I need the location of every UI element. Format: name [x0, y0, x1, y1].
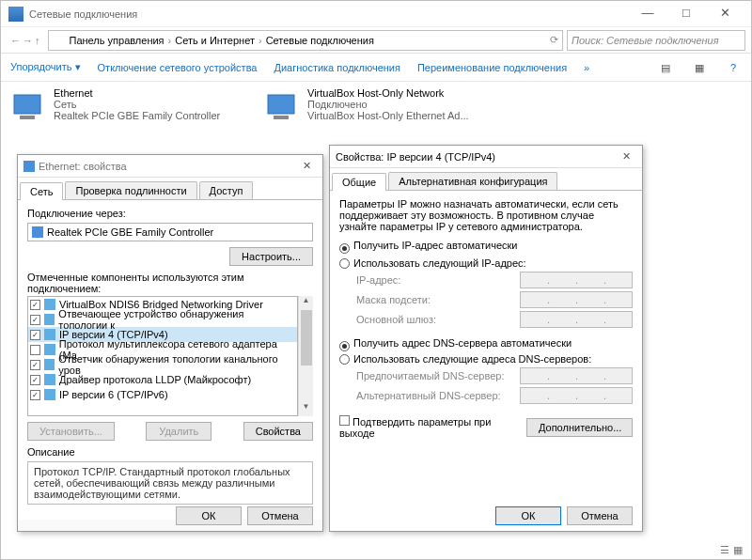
tab-general[interactable]: Общие	[332, 173, 386, 191]
checkbox-icon[interactable]	[30, 345, 40, 355]
component-row[interactable]: ✓Отвечающее устройство обнаружения топол…	[28, 312, 297, 327]
validate-on-exit[interactable]: Подтвердить параметры при выходе	[339, 415, 526, 439]
checkbox-icon[interactable]: ✓	[30, 360, 40, 370]
nav-up-icon[interactable]: ↑	[35, 35, 40, 46]
intro-text: Параметры IP можно назначать автоматичес…	[339, 198, 633, 232]
radio-auto-dns[interactable]	[339, 341, 350, 351]
close-icon[interactable]: ✕	[297, 160, 317, 172]
checkbox-icon[interactable]: ✓	[30, 300, 40, 310]
tab-alternate[interactable]: Альтернативная конфигурация	[388, 172, 557, 190]
components-list[interactable]: ✓VirtualBox NDIS6 Bridged Networking Dri…	[27, 296, 298, 416]
disable-device-link[interactable]: Отключение сетевого устройства	[98, 62, 258, 73]
component-label: Отвечающее устройство обнаружения тополо…	[58, 308, 295, 331]
scroll-thumb[interactable]	[301, 310, 312, 366]
advanced-button[interactable]: Дополнительно...	[526, 418, 633, 437]
view-list-icon[interactable]: ▦	[691, 59, 708, 76]
connection-device: Realtek PCIe GBE Family Controller	[54, 110, 220, 121]
cancel-button[interactable]: Отмена	[247, 506, 313, 525]
connection-name: Ethernet	[54, 87, 220, 99]
component-row[interactable]: ✓IP версии 6 (TCP/IPv6)	[28, 387, 297, 402]
protocol-icon	[44, 374, 55, 385]
nav-fwd-icon[interactable]: →	[23, 35, 33, 46]
scrollbar[interactable]: ▲ ▼	[298, 296, 313, 416]
ethernet-icon	[264, 87, 302, 125]
validate-label: Подтвердить параметры при выходе	[339, 416, 491, 439]
svg-rect-1	[20, 116, 35, 119]
uninstall-button[interactable]: Удалить	[146, 422, 212, 441]
breadcrumb[interactable]: Сеть и Интернет	[175, 35, 255, 46]
protocol-icon	[44, 344, 55, 355]
checkbox-icon[interactable]: ✓	[30, 330, 40, 340]
adapter-name: Realtek PCIe GBE Family Controller	[47, 226, 213, 238]
diagnose-link[interactable]: Диагностика подключения	[274, 62, 400, 73]
dns1-label: Предпочитаемый DNS-сервер:	[356, 370, 520, 381]
checkbox-icon[interactable]: ✓	[30, 315, 40, 325]
status-bar: ☰ ▦	[720, 544, 743, 556]
radio-manual-dns[interactable]	[339, 354, 350, 365]
ok-button[interactable]: ОК	[495, 506, 561, 525]
view-thumbs-icon[interactable]: ▤	[657, 59, 674, 76]
ipv4-properties-dialog: Свойства: IP версии 4 (TCP/IPv4) ✕ Общие…	[329, 145, 643, 532]
scroll-up-icon[interactable]: ▲	[299, 296, 313, 310]
checkbox-icon[interactable]: ✓	[30, 375, 40, 385]
ip-address-label: IP-адрес:	[356, 274, 520, 286]
chevron-right-icon: ›	[258, 35, 262, 46]
svg-rect-3	[274, 116, 289, 119]
rename-link[interactable]: Переименование подключения	[417, 62, 567, 73]
organize-menu[interactable]: Упорядочить ▾	[10, 61, 81, 73]
maximize-button[interactable]: □	[667, 5, 705, 23]
address-bar: ← → ↑ Панель управления › Сеть и Интерне…	[1, 27, 751, 54]
svg-rect-0	[14, 95, 40, 114]
view-details-icon[interactable]: ☰	[720, 544, 729, 556]
checkbox-icon[interactable]: ✓	[30, 390, 40, 400]
command-bar: Упорядочить ▾ Отключение сетевого устрой…	[1, 54, 751, 82]
configure-button[interactable]: Настроить...	[229, 247, 313, 266]
titlebar: Сетевые подключения — □ ✕	[1, 1, 751, 27]
connect-using-label: Подключение через:	[27, 208, 313, 219]
dialog-titlebar: Ethernet: свойства ✕	[18, 155, 322, 178]
radio-auto-ip[interactable]	[339, 243, 350, 254]
ok-button[interactable]: ОК	[176, 506, 242, 525]
ip-address-input: ...	[520, 272, 633, 288]
nav-back-icon[interactable]: ←	[10, 35, 21, 46]
description-text: Протокол TCP/IP. Стандартный протокол гл…	[27, 461, 313, 505]
breadcrumb[interactable]: Панель управления	[70, 35, 164, 46]
close-button[interactable]: ✕	[706, 5, 744, 23]
search-placeholder: Поиск: Сетевые подключения	[572, 35, 719, 46]
scroll-down-icon[interactable]: ▼	[299, 402, 313, 416]
tab-auth[interactable]: Проверка подлинности	[65, 181, 196, 199]
adapter-icon	[32, 226, 43, 238]
install-button[interactable]: Установить...	[27, 422, 115, 441]
ethernet-properties-dialog: Ethernet: свойства ✕ Сеть Проверка подли…	[17, 154, 323, 532]
breadcrumb-box[interactable]: Панель управления › Сеть и Интернет › Се…	[48, 30, 564, 51]
breadcrumb[interactable]: Сетевые подключения	[266, 35, 374, 46]
connection-status: Подключено	[307, 99, 469, 110]
dialog-title: Ethernet: свойства	[39, 161, 127, 172]
component-label: Ответчик обнаружения топологии канальног…	[58, 353, 295, 376]
component-label: IP версии 6 (TCP/IPv6)	[59, 389, 168, 400]
checkbox-icon[interactable]	[339, 415, 350, 426]
tab-network[interactable]: Сеть	[20, 182, 63, 200]
dialog-titlebar: Свойства: IP версии 4 (TCP/IPv4) ✕	[330, 146, 642, 168]
help-icon[interactable]: ?	[725, 59, 742, 76]
connection-status: Сеть	[54, 99, 220, 110]
properties-button[interactable]: Свойства	[243, 422, 313, 441]
cancel-button[interactable]: Отмена	[567, 506, 633, 525]
tab-sharing[interactable]: Доступ	[199, 181, 254, 199]
close-icon[interactable]: ✕	[617, 150, 636, 163]
protocol-icon	[44, 299, 55, 310]
connection-name: VirtualBox Host-Only Network	[307, 87, 469, 99]
refresh-icon[interactable]: ⟳	[550, 34, 558, 46]
radio-manual-ip[interactable]	[339, 258, 350, 269]
view-large-icon[interactable]: ▦	[733, 544, 743, 556]
component-row[interactable]: ✓Ответчик обнаружения топологии канально…	[28, 357, 297, 372]
components-heading: Отмеченные компоненты используются этим …	[27, 272, 313, 294]
radio-auto-dns-label: Получить адрес DNS-сервера автоматически	[353, 337, 572, 349]
adapter-icon	[24, 161, 35, 172]
window-title: Сетевые подключения	[29, 8, 629, 20]
search-input[interactable]: Поиск: Сетевые подключения	[567, 30, 745, 51]
chevron-right-icon: ›	[168, 35, 172, 46]
more-icon[interactable]: »	[584, 62, 589, 73]
minimize-button[interactable]: —	[629, 5, 666, 23]
adapter-field: Realtek PCIe GBE Family Controller	[27, 223, 313, 241]
